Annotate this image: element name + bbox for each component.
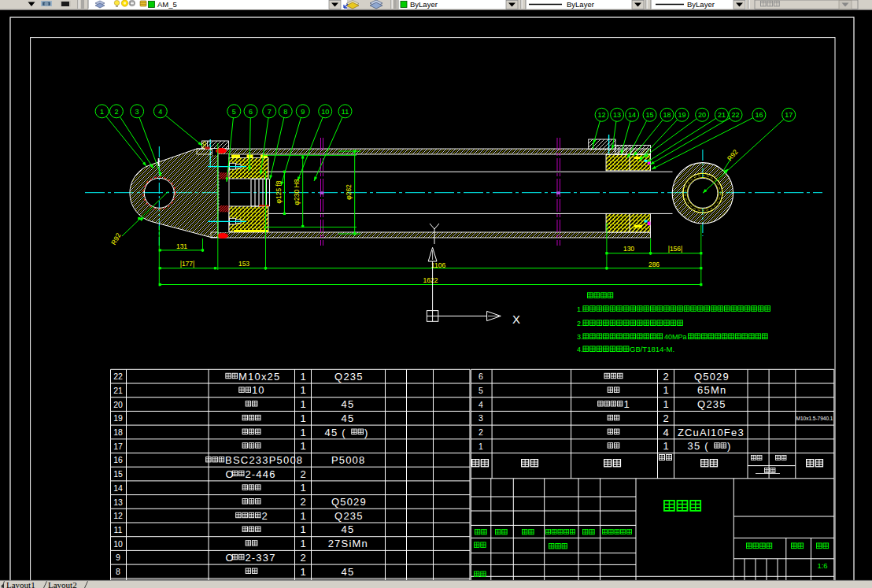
svg-text:19: 19	[678, 111, 685, 119]
svg-text:1: 1	[300, 538, 305, 549]
svg-text:65Mn: 65Mn	[697, 384, 726, 396]
svg-text:GB/T1814-M.: GB/T1814-M.	[630, 345, 674, 353]
svg-text:130: 130	[623, 245, 634, 253]
svg-text:1: 1	[663, 440, 668, 452]
svg-text:1: 1	[478, 442, 483, 451]
svg-text:4.: 4.	[577, 346, 583, 353]
svg-text:10: 10	[113, 539, 123, 549]
svg-text:27SiMn: 27SiMn	[328, 538, 368, 549]
svg-text:1: 1	[100, 108, 104, 116]
svg-text:M10x25: M10x25	[238, 371, 280, 383]
svg-text:8: 8	[283, 108, 287, 116]
svg-text:286: 286	[648, 261, 660, 268]
svg-text:1: 1	[300, 371, 305, 383]
svg-text:φ230 H8: φ230 H8	[293, 179, 301, 205]
svg-text:Layout1: Layout1	[6, 580, 35, 588]
svg-text:M10x1.5-7940.1: M10x1.5-7940.1	[796, 416, 833, 421]
svg-text:14: 14	[628, 111, 636, 119]
svg-text:Q235: Q235	[697, 398, 726, 410]
svg-text:35 (: 35 (	[688, 440, 709, 452]
svg-text:ByLayer: ByLayer	[410, 0, 438, 9]
svg-text:1:6: 1:6	[817, 561, 827, 570]
svg-text:16: 16	[113, 455, 123, 464]
svg-text:17: 17	[785, 111, 793, 119]
svg-text:131: 131	[176, 242, 187, 250]
svg-text:P5008: P5008	[331, 454, 366, 466]
svg-text:20: 20	[113, 400, 123, 409]
svg-text:2: 2	[300, 468, 305, 480]
svg-text:45: 45	[342, 566, 355, 578]
svg-text:6: 6	[478, 372, 483, 381]
svg-text:BSC233P5008: BSC233P5008	[225, 454, 303, 466]
svg-text:4: 4	[478, 400, 483, 409]
svg-text:Q5029: Q5029	[331, 496, 367, 508]
svg-text:1: 1	[300, 398, 305, 410]
svg-text:1: 1	[663, 398, 668, 410]
svg-text:10: 10	[321, 108, 329, 116]
svg-text:2: 2	[114, 108, 118, 116]
svg-text:6: 6	[249, 108, 253, 116]
svg-text:4: 4	[663, 427, 668, 438]
svg-text:18: 18	[663, 111, 671, 119]
svg-text:5: 5	[232, 108, 236, 116]
svg-text:13: 13	[113, 497, 123, 507]
svg-text:): )	[364, 427, 369, 438]
svg-text:|156|: |156|	[668, 245, 683, 253]
svg-text:φ262: φ262	[345, 184, 353, 200]
svg-text:4: 4	[158, 108, 162, 116]
svg-text:O: O	[225, 468, 234, 480]
svg-text:1: 1	[663, 384, 668, 396]
svg-text:1: 1	[300, 427, 305, 438]
svg-text:Q235: Q235	[334, 510, 364, 522]
svg-text:1: 1	[300, 482, 305, 494]
svg-text:19: 19	[113, 413, 123, 423]
svg-text:13: 13	[613, 111, 621, 119]
svg-text:11: 11	[114, 525, 123, 534]
svg-text:2: 2	[300, 552, 305, 564]
svg-text:3.: 3.	[577, 333, 583, 341]
svg-text:1622: 1622	[423, 276, 438, 284]
svg-text:2.: 2.	[577, 320, 583, 327]
svg-text:1: 1	[300, 412, 305, 424]
svg-text:40MPa: 40MPa	[664, 333, 687, 341]
svg-text:17: 17	[113, 442, 123, 451]
svg-text:153: 153	[238, 260, 249, 268]
svg-text:|177|: |177|	[180, 260, 195, 268]
svg-text:1: 1	[623, 398, 630, 410]
svg-text:X: X	[512, 312, 520, 326]
svg-text:45: 45	[342, 523, 355, 535]
svg-text:2: 2	[663, 412, 668, 424]
svg-text:45: 45	[342, 412, 355, 424]
svg-text:1: 1	[300, 523, 305, 535]
svg-text:14: 14	[113, 483, 123, 493]
svg-text:15: 15	[113, 469, 123, 479]
svg-text:21: 21	[718, 111, 726, 119]
svg-text:1: 1	[300, 384, 305, 396]
svg-text:22: 22	[731, 111, 739, 119]
svg-text:3: 3	[135, 108, 139, 116]
svg-text:9: 9	[116, 553, 120, 562]
svg-text:21: 21	[113, 386, 123, 395]
svg-text:1106: 1106	[431, 261, 446, 269]
svg-text:20: 20	[698, 111, 706, 119]
svg-text:11: 11	[342, 108, 349, 116]
svg-text:Layout2: Layout2	[48, 580, 77, 588]
svg-text:1.: 1.	[577, 305, 583, 313]
svg-text:2-446: 2-446	[245, 468, 275, 480]
svg-text:1: 1	[300, 566, 305, 578]
svg-text:AM_5: AM_5	[157, 0, 177, 9]
svg-text:2: 2	[261, 510, 268, 522]
svg-text:5: 5	[478, 386, 483, 395]
svg-text:3: 3	[478, 413, 483, 423]
svg-text:12: 12	[113, 511, 123, 520]
svg-text:): )	[727, 440, 732, 452]
svg-text:45: 45	[342, 398, 355, 410]
svg-text:2: 2	[300, 496, 305, 508]
svg-text:12: 12	[598, 111, 606, 119]
svg-text:16: 16	[755, 111, 763, 119]
svg-text:18: 18	[113, 427, 123, 437]
svg-text:45 (: 45 (	[325, 427, 346, 438]
svg-text:2: 2	[663, 371, 668, 383]
svg-text:ByLayer: ByLayer	[567, 0, 594, 9]
svg-text:22: 22	[113, 372, 123, 381]
